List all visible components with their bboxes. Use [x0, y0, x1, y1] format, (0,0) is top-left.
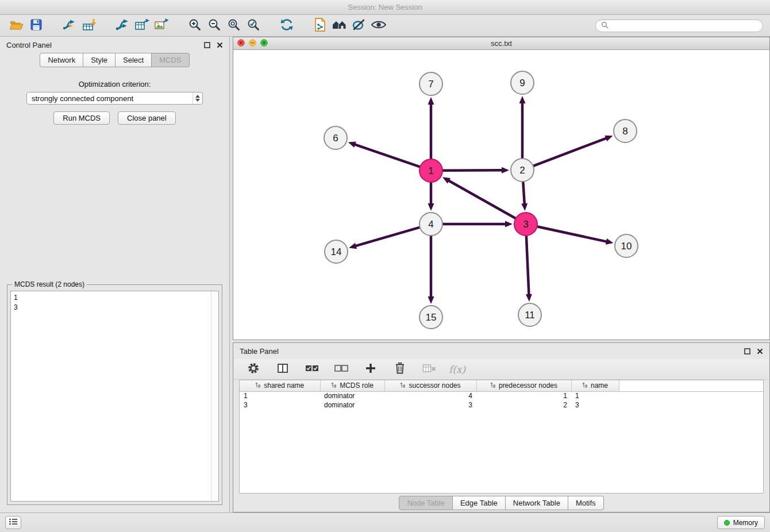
deselect-all-rows-button[interactable] — [332, 360, 351, 379]
graph-edge-1-2[interactable] — [443, 170, 502, 171]
add-column-button[interactable] — [361, 360, 380, 379]
import-network-button[interactable] — [60, 17, 79, 35]
table-row[interactable]: 1dominator411 — [240, 391, 763, 400]
graph-edge-3-11[interactable] — [526, 236, 529, 294]
folder-open-icon — [9, 18, 24, 33]
control-panel-title: Control Panel — [6, 41, 52, 49]
float-table-panel-button[interactable] — [744, 348, 750, 354]
import-table-button[interactable] — [79, 17, 99, 35]
unchecked-boxes-icon — [334, 364, 348, 375]
zoom-selected-button[interactable] — [244, 17, 263, 35]
graph-node-label-7: 7 — [428, 79, 433, 90]
graph-node-label-2: 2 — [519, 165, 525, 176]
optimization-criterion-dropdown[interactable]: strongly connected component — [26, 92, 203, 105]
close-panel-button[interactable]: Close panel — [118, 111, 176, 125]
result-scrollbar[interactable] — [211, 291, 218, 501]
window-title: Session: New Session — [348, 3, 422, 11]
refresh-layout-button[interactable] — [277, 17, 297, 35]
graph-edge-arrowhead — [348, 141, 356, 147]
graph-node-label-1: 1 — [428, 165, 433, 176]
node-table: shared nameMCDS rolesuccessor nodesprede… — [239, 380, 764, 494]
graph-node-label-15: 15 — [426, 312, 437, 323]
graph-edge-3-10[interactable] — [538, 226, 606, 241]
graph-edge-4-14[interactable] — [356, 228, 419, 246]
graph-node-label-4: 4 — [428, 219, 433, 230]
graph-edge-2-3[interactable] — [523, 182, 524, 203]
select-columns-button[interactable] — [273, 360, 292, 379]
plus-icon — [365, 363, 376, 376]
shape-pen-icon — [352, 18, 367, 34]
zoom-fit-icon — [227, 18, 241, 34]
sort-icon — [582, 381, 588, 390]
graph-node-label-8: 8 — [622, 126, 627, 137]
tab-network[interactable]: Network — [40, 53, 83, 67]
save-session-button[interactable] — [26, 17, 46, 35]
column-header-shared-name[interactable]: shared name — [240, 380, 320, 391]
tab-style[interactable]: Style — [83, 53, 116, 67]
copy-network-view-button[interactable] — [310, 17, 330, 35]
close-table-panel-button[interactable] — [757, 348, 763, 354]
tab-mcds[interactable]: MCDS — [152, 53, 189, 67]
table-delete-icon — [422, 363, 436, 376]
document-network-icon — [313, 17, 327, 34]
float-panel-button[interactable] — [204, 42, 210, 48]
graph-edge-2-8[interactable] — [534, 138, 606, 166]
graph-edge-1-6[interactable] — [355, 145, 419, 167]
gear-icon — [247, 362, 260, 377]
search-box[interactable] — [595, 20, 763, 32]
delete-table-button[interactable] — [419, 360, 439, 379]
tab-select[interactable]: Select — [116, 53, 152, 67]
graph-edge-arrowhead — [526, 294, 532, 302]
tab-edge-table[interactable]: Edge Table — [453, 496, 506, 510]
table-row[interactable]: 3dominator323 — [240, 400, 763, 410]
sort-icon — [490, 381, 496, 390]
annotation-button[interactable] — [349, 17, 369, 35]
memory-button[interactable]: Memory — [717, 516, 765, 529]
task-history-button[interactable] — [5, 516, 21, 529]
column-header-MCDS-role[interactable]: MCDS role — [320, 380, 384, 391]
network-window-titlebar[interactable]: scc.txt — [233, 37, 769, 50]
delete-column-button[interactable] — [390, 360, 410, 379]
column-header-predecessor-nodes[interactable]: predecessor nodes — [476, 380, 571, 391]
home-button[interactable] — [330, 17, 349, 35]
close-window-icon[interactable] — [237, 38, 245, 49]
close-panel-icon-button[interactable] — [217, 42, 223, 48]
status-bar: Memory — [0, 512, 770, 532]
control-panel-tabs: NetworkStyleSelectMCDS — [0, 53, 229, 67]
column-header-successor-nodes[interactable]: successor nodes — [384, 380, 476, 391]
graph-edge-arrowhead — [349, 243, 357, 249]
houses-icon — [331, 18, 348, 34]
network-from-table-button[interactable] — [132, 17, 152, 35]
zoom-fit-button[interactable] — [224, 17, 244, 35]
zoom-in-button[interactable] — [185, 17, 205, 35]
open-session-button[interactable] — [7, 17, 26, 35]
tab-motifs[interactable]: Motifs — [568, 496, 604, 510]
new-network-button[interactable] — [113, 17, 132, 35]
search-input[interactable] — [612, 22, 757, 30]
zoom-out-button[interactable] — [205, 17, 224, 35]
network-canvas[interactable]: 7968124314101511 — [233, 50, 769, 340]
mcds-result-legend: MCDS result (2 nodes) — [12, 280, 87, 288]
function-builder-button[interactable]: f(x) — [449, 364, 465, 375]
tab-network-table[interactable]: Network Table — [506, 496, 568, 510]
zoom-selected-icon — [247, 18, 260, 34]
memory-label: Memory — [733, 519, 758, 527]
select-all-rows-button[interactable] — [302, 360, 322, 379]
eye-icon — [371, 18, 387, 33]
minimize-window-icon[interactable] — [249, 38, 256, 49]
export-image-icon — [154, 18, 169, 34]
run-mcds-button[interactable]: Run MCDS — [53, 111, 110, 125]
graph-edge-arrowhead — [428, 296, 434, 304]
column-header-name[interactable]: name — [571, 380, 619, 391]
export-image-button[interactable] — [152, 17, 171, 35]
columns-icon — [277, 363, 288, 376]
network-graph[interactable]: 7968124314101511 — [233, 50, 769, 340]
graph-edge-3-1[interactable] — [449, 181, 515, 218]
network-window-title: scc.txt — [233, 39, 769, 48]
trash-icon — [395, 362, 405, 376]
show-hide-button[interactable] — [369, 17, 388, 35]
maximize-window-icon[interactable] — [260, 38, 268, 49]
mcds-result-group: MCDS result (2 nodes) 1 3 — [7, 284, 222, 505]
table-settings-button[interactable] — [244, 360, 263, 379]
tab-node-table[interactable]: Node Table — [399, 496, 453, 510]
